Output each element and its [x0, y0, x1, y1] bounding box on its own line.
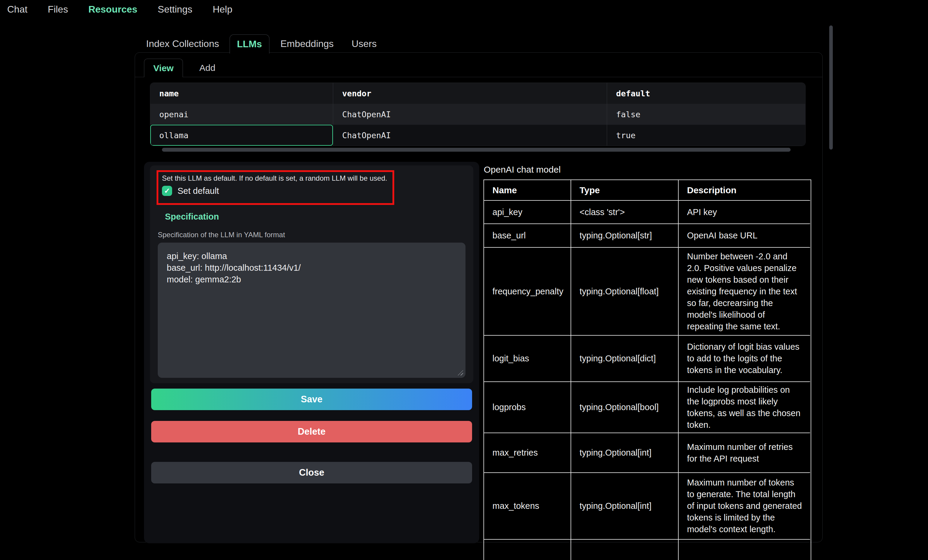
tab-view[interactable]: View: [144, 59, 183, 77]
schema-row-name: frequency_penalty: [484, 247, 571, 335]
schema-row-description: Dictionary of logit bias values to add t…: [678, 335, 810, 381]
llm-detail-form: Set this LLM as default. If no default i…: [150, 166, 473, 383]
view-add-tabs: View Add: [144, 59, 215, 77]
schema-row-description: Number between -2.0 and 2.0. Positive va…: [678, 247, 810, 335]
yaml-line: api_key: ollama: [167, 250, 456, 262]
schema-row-name: [484, 539, 571, 560]
default-warning-text: Set this LLM as default. If no default i…: [162, 174, 389, 183]
schema-row-name: max_retries: [484, 432, 571, 472]
schema-header-name: Name: [484, 180, 571, 200]
nav-item-help[interactable]: Help: [212, 4, 232, 15]
model-schema-table: Name Type Description api_key <class 'st…: [484, 180, 811, 560]
save-button[interactable]: Save: [151, 389, 472, 410]
tab-llms-label: LLMs: [237, 39, 262, 50]
yaml-format-label: Specification of the LLM in YAML format: [158, 231, 285, 239]
set-default-label: Set default: [177, 186, 219, 196]
schema-row-description: API key: [678, 200, 810, 224]
yaml-spec-textarea[interactable]: api_key: ollama base_url: http://localho…: [158, 243, 466, 378]
schema-row-type: [571, 539, 678, 560]
llm-row-ollama-name[interactable]: ollama: [150, 125, 333, 146]
llm-list-table: name vendor default openai ChatOpenAI fa…: [150, 82, 806, 146]
tab-users[interactable]: Users: [352, 38, 377, 49]
schema-row-type: typing.Optional[int]: [571, 472, 678, 539]
llm-detail-card: Set this LLM as default. If no default i…: [144, 162, 479, 543]
model-schema-title: OpenAI chat model: [484, 164, 561, 175]
tab-view-label: View: [153, 63, 174, 73]
schema-row-type: typing.Optional[int]: [571, 432, 678, 472]
resource-tabs: Index Collections LLMs Embeddings Users: [146, 34, 377, 53]
tab-index-collections[interactable]: Index Collections: [146, 38, 219, 49]
app-root: { "nav": { "items": ["Chat", "Files", "R…: [0, 0, 928, 560]
tab-add[interactable]: Add: [199, 59, 215, 77]
nav-item-settings[interactable]: Settings: [158, 4, 192, 15]
schema-row-name: max_tokens: [484, 472, 571, 539]
nav-item-chat[interactable]: Chat: [7, 4, 27, 15]
subtab-divider: [135, 77, 822, 77]
llm-row-openai-vendor[interactable]: ChatOpenAI: [333, 104, 607, 125]
nav-item-files[interactable]: Files: [48, 4, 68, 15]
llm-row-openai-name[interactable]: openai: [150, 104, 333, 125]
schema-header-type: Type: [571, 180, 678, 200]
schema-row-name: api_key: [484, 200, 571, 224]
yaml-line: model: gemma2:2b: [167, 274, 456, 285]
schema-row-description: Maximum number of retries for the API re…: [678, 432, 810, 472]
column-header-vendor: vendor: [333, 83, 607, 104]
schema-row-type: typing.Optional[bool]: [571, 381, 678, 432]
tab-embeddings[interactable]: Embeddings: [281, 38, 334, 49]
set-default-row: ✓ Set default: [162, 186, 389, 196]
schema-row-description: Include log probabilities on the logprob…: [678, 381, 810, 432]
schema-header-description: Description: [678, 180, 810, 200]
schema-row-name: logprobs: [484, 381, 571, 432]
yaml-line: base_url: http://localhost:11434/v1/: [167, 262, 456, 274]
schema-row-type: typing.Optional[str]: [571, 224, 678, 247]
schema-row-type: <class 'str'>: [571, 200, 678, 224]
default-highlight-box: Set this LLM as default. If no default i…: [157, 170, 394, 205]
llm-row-ollama-vendor[interactable]: ChatOpenAI: [333, 125, 607, 146]
schema-row-name: logit_bias: [484, 335, 571, 381]
table-horizontal-scrollbar[interactable]: [162, 148, 791, 152]
llm-row-ollama-default[interactable]: true: [607, 125, 806, 146]
schema-row-description: OpenAI base URL: [678, 224, 810, 247]
top-navigation: Chat Files Resources Settings Help: [7, 2, 232, 16]
llm-row-openai-default[interactable]: false: [607, 104, 806, 125]
page-scrollbar[interactable]: [829, 26, 833, 149]
schema-row-description: Maximum number of tokens to generate. Th…: [678, 472, 810, 539]
column-header-default: default: [607, 83, 806, 104]
column-header-name: name: [150, 83, 333, 104]
close-button[interactable]: Close: [151, 462, 472, 484]
specification-heading: Specification: [165, 212, 219, 222]
tab-llms[interactable]: LLMs: [230, 34, 269, 53]
schema-row-name: base_url: [484, 224, 571, 247]
delete-button[interactable]: Delete: [151, 421, 472, 443]
schema-row-type: typing.Optional[float]: [571, 247, 678, 335]
schema-row-type: typing.Optional[dict]: [571, 335, 678, 381]
nav-item-resources[interactable]: Resources: [88, 4, 137, 15]
set-default-checkbox[interactable]: ✓: [162, 186, 172, 196]
resize-handle-icon[interactable]: [458, 370, 463, 376]
schema-row-description: [678, 539, 810, 560]
check-icon: ✓: [164, 187, 170, 195]
